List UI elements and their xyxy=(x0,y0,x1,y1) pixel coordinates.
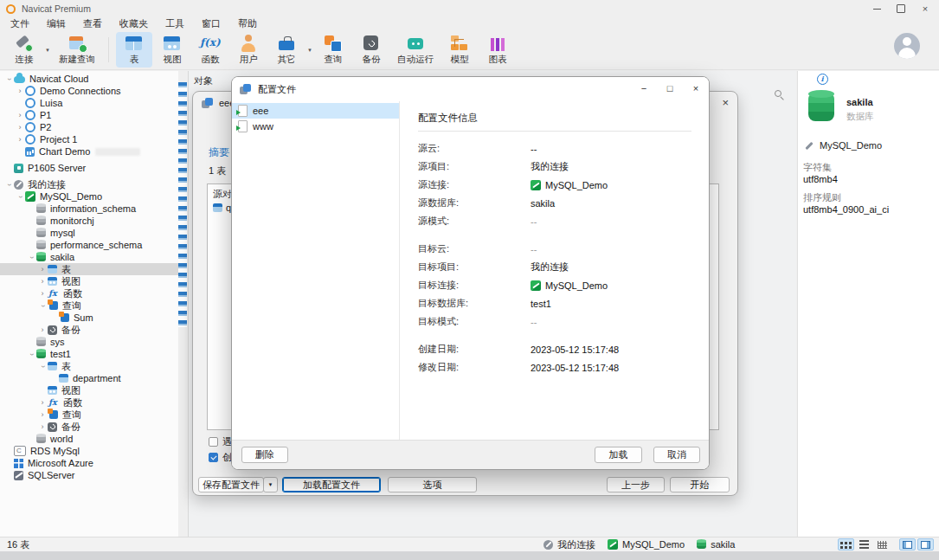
tree-item-rds-mysql[interactable]: RDS MySql xyxy=(0,445,178,457)
toolbar-button-user[interactable]: 用户 xyxy=(230,32,267,68)
checkbox-continue-on-error[interactable]: 遇 xyxy=(209,435,232,448)
menu-item-favorites[interactable]: 收藏夹 xyxy=(111,17,157,30)
left-pane-toggle-button[interactable] xyxy=(899,538,916,550)
tree-item-p2[interactable]: ›P2 xyxy=(0,121,178,133)
load-profile-button[interactable]: 加载配置文件 xyxy=(282,477,381,492)
profile-item-www[interactable]: www xyxy=(232,119,399,134)
tree-item-monitorchj[interactable]: monitorchj xyxy=(0,215,178,227)
toolbar-button-query[interactable]: 查询 xyxy=(315,32,351,68)
tree-item-information-schema[interactable]: information_schema xyxy=(0,203,178,215)
checkbox-create-target-box[interactable] xyxy=(209,453,218,462)
tree-item-my-connections[interactable]: ›我的连接 xyxy=(0,178,178,190)
toolbar-button-backup[interactable]: 备份 xyxy=(353,32,389,68)
menu-item-tools[interactable]: 工具 xyxy=(157,17,193,30)
tree-item-sakila-views[interactable]: ›视图 xyxy=(0,275,178,287)
save-profile-button[interactable]: 保存配置文件 xyxy=(198,477,264,492)
tree-item-world[interactable]: world xyxy=(0,433,178,445)
tab-objects[interactable]: 对象 xyxy=(194,74,213,87)
tree-item-sys[interactable]: sys xyxy=(0,336,178,348)
tree-item-sakila-backup[interactable]: ›备份 xyxy=(0,324,178,336)
tree-item-test1-backup[interactable]: ›备份 xyxy=(0,421,178,433)
tree-item-sakila-functions[interactable]: ›函数 xyxy=(0,287,178,299)
breadcrumb-item-my-connections[interactable]: 我的连接 xyxy=(543,538,595,551)
tree-item-department[interactable]: department xyxy=(0,372,178,384)
chevron-collapsed-icon[interactable]: › xyxy=(37,266,48,274)
tree-item-sum[interactable]: Sum xyxy=(0,312,178,324)
cancel-button[interactable]: 取消 xyxy=(653,447,700,463)
chevron-collapsed-icon[interactable]: › xyxy=(37,326,48,334)
tree-item-luisa[interactable]: Luisa xyxy=(0,97,178,109)
tree-item-demo-connections[interactable]: ›Demo Connections xyxy=(0,85,178,97)
toolbar-button-connection[interactable]: 连接 xyxy=(6,32,42,68)
tree-item-test1[interactable]: ›test1 xyxy=(0,348,178,360)
chevron-collapsed-icon[interactable]: › xyxy=(37,278,48,286)
menu-item-file[interactable]: 文件 xyxy=(2,17,38,30)
breadcrumb-item-mysql-demo[interactable]: MySQL_Demo xyxy=(608,539,685,550)
tree-item-test1-tables[interactable]: ›表 xyxy=(0,360,178,372)
back-button[interactable]: 上一步 xyxy=(607,477,665,492)
list-view-button[interactable] xyxy=(856,538,872,550)
chevron-collapsed-icon[interactable]: › xyxy=(37,290,48,298)
tree-item-chart-demo[interactable]: Chart Demo xyxy=(0,145,178,158)
toolbar-button-model[interactable]: 模型 xyxy=(441,32,478,68)
dialog-maximize-button[interactable]: □ xyxy=(657,77,683,100)
tree-item-test1-functions[interactable]: ›函数 xyxy=(0,396,178,409)
toolbar-button-charts[interactable]: 图表 xyxy=(479,32,516,68)
tree-item-sqlserver[interactable]: SQLServer xyxy=(0,469,178,481)
close-button[interactable]: × xyxy=(913,0,937,17)
tree-item-mysql-demo[interactable]: ›MySQL_Demo xyxy=(0,190,178,203)
chevron-collapsed-icon[interactable]: › xyxy=(15,112,25,119)
chevron-collapsed-icon[interactable]: › xyxy=(15,124,25,132)
chevron-expanded-icon[interactable]: › xyxy=(5,179,13,190)
toolbar-button-others[interactable]: 其它 xyxy=(268,32,305,68)
detail-view-button[interactable] xyxy=(874,538,891,550)
tree-item-mysql[interactable]: mysql xyxy=(0,227,178,239)
tree-item-sakila-queries[interactable]: ›查询 xyxy=(0,299,178,312)
checkbox-continue-on-error-box[interactable] xyxy=(209,437,218,447)
dropdown-arrow-icon[interactable]: ▼ xyxy=(43,30,52,69)
restore-button[interactable] xyxy=(889,0,913,17)
dialog-minimize-button[interactable]: − xyxy=(631,77,657,100)
grid-view-button[interactable] xyxy=(838,538,854,550)
tree-item-navicat-cloud[interactable]: ›Navicat Cloud xyxy=(0,73,178,85)
tree-item-sakila[interactable]: ›sakila xyxy=(0,251,178,263)
tree-item-p1605-server[interactable]: P1605 Server xyxy=(0,162,178,174)
chevron-expanded-icon[interactable]: › xyxy=(28,349,35,359)
breadcrumb-item-sakila[interactable]: sakila xyxy=(697,539,735,550)
load-button[interactable]: 加载 xyxy=(595,447,642,463)
toolbar-button-table[interactable]: 表 xyxy=(116,32,152,68)
toolbar-button-function[interactable]: 函数 xyxy=(192,32,228,68)
chevron-expanded-icon[interactable]: › xyxy=(39,361,47,371)
tree-item-test1-queries[interactable]: ›查询 xyxy=(0,409,178,421)
info-icon[interactable] xyxy=(817,74,828,85)
start-button[interactable]: 开始 xyxy=(670,477,730,492)
chevron-collapsed-icon[interactable]: › xyxy=(15,136,25,144)
chevron-expanded-icon[interactable]: › xyxy=(39,300,47,311)
user-avatar[interactable] xyxy=(894,33,920,59)
tree-item-project-1[interactable]: ›Project 1 xyxy=(0,133,178,145)
toolbar-button-automation[interactable]: 自动运行 xyxy=(391,32,440,68)
chevron-expanded-icon[interactable]: › xyxy=(28,252,35,262)
chevron-collapsed-icon[interactable]: › xyxy=(37,399,48,407)
minimize-button[interactable] xyxy=(865,0,889,17)
checkbox-create-target[interactable]: 创 xyxy=(209,451,232,464)
dialog-close-button[interactable]: × xyxy=(683,77,709,100)
delete-profile-button[interactable]: 删除 xyxy=(241,447,288,463)
chevron-expanded-icon[interactable]: › xyxy=(16,191,24,202)
search-icon[interactable] xyxy=(775,90,784,100)
tree-item-microsoft-azure[interactable]: Microsoft Azure xyxy=(0,457,178,469)
right-pane-toggle-button[interactable] xyxy=(917,538,934,550)
dropdown-arrow-icon[interactable]: ▼ xyxy=(305,30,314,69)
save-profile-dropdown-arrow[interactable]: ▼ xyxy=(263,477,278,492)
tree-item-test1-views[interactable]: 视图 xyxy=(0,384,178,396)
tree-item-sakila-tables[interactable]: ›表 xyxy=(0,263,178,275)
chevron-collapsed-icon[interactable]: › xyxy=(37,411,48,419)
wizard-close-icon[interactable]: × xyxy=(722,96,729,109)
menu-item-view[interactable]: 查看 xyxy=(74,17,111,30)
menu-item-help[interactable]: 帮助 xyxy=(229,17,266,30)
toolbar-button-view[interactable]: 视图 xyxy=(154,32,190,68)
menu-item-edit[interactable]: 编辑 xyxy=(38,17,74,30)
chevron-expanded-icon[interactable]: › xyxy=(5,74,13,84)
profile-item-eee[interactable]: eee xyxy=(232,103,399,119)
toolbar-button-new-query[interactable]: 新建查询 xyxy=(53,32,101,68)
